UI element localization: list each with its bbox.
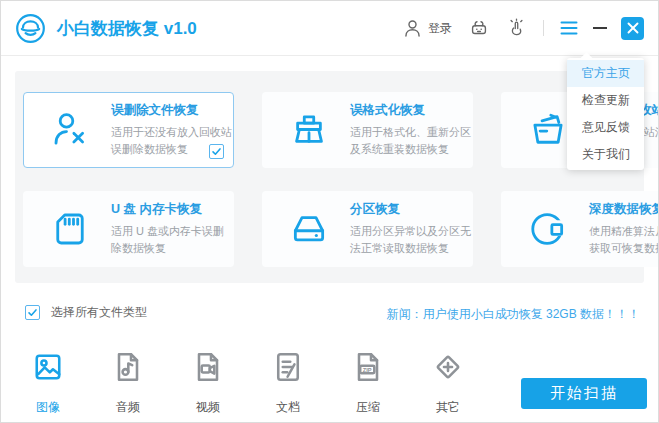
file-type-other[interactable]: 其它	[425, 349, 471, 416]
card-deep-scan-recovery[interactable]: 深度数据恢复 使用精准算法从硬盘底层获取可恢复数据	[501, 191, 659, 267]
card-desc: 适用 U 盘或内存卡误删除数据恢复	[111, 223, 233, 257]
hamburger-menu-icon[interactable]	[560, 20, 578, 36]
hard-drive-icon	[287, 208, 331, 250]
file-type-label: 图像	[36, 399, 60, 416]
robot-icon[interactable]	[468, 17, 490, 39]
news-ticker: 新闻：用户使用小白成功恢复 32GB 数据！！！	[387, 306, 640, 323]
titlebar-separator	[543, 20, 544, 36]
menu-item-about-us[interactable]: 关于我们	[567, 141, 644, 168]
file-type-zip[interactable]: ZIP 压缩	[345, 349, 391, 416]
menu-item-feedback[interactable]: 意见反馈	[567, 114, 644, 141]
image-file-icon	[30, 349, 66, 385]
file-type-audio[interactable]: 音频	[105, 349, 151, 416]
card-usb-memorycard-recovery[interactable]: U 盘 内存卡恢复 适用 U 盘或内存卡误删除数据恢复	[23, 191, 234, 267]
app-title: 小白数据恢复 v1.0	[57, 17, 197, 40]
close-button[interactable]	[621, 17, 644, 40]
card-title: 深度数据恢复	[589, 201, 659, 218]
file-type-label: 视频	[196, 399, 220, 416]
title-bar: 小白数据恢复 v1.0 登录	[1, 1, 658, 56]
minimize-button[interactable]	[593, 27, 607, 29]
other-file-icon	[430, 349, 466, 385]
card-desc: 使用精准算法从硬盘底层获取可恢复数据	[589, 223, 659, 257]
card-title: 误删除文件恢复	[111, 102, 233, 119]
app-window: 小白数据恢复 v1.0 登录	[0, 0, 659, 423]
file-type-label: 文档	[276, 399, 300, 416]
app-menu-dropdown: 官方主页 检查更新 意见反馈 关于我们	[567, 58, 644, 170]
select-all-row: 选择所有文件类型	[25, 304, 147, 321]
card-title: 分区恢复	[350, 201, 472, 218]
card-title: U 盘 内存卡恢复	[111, 201, 233, 218]
file-type-video[interactable]: 视频	[185, 349, 231, 416]
select-all-label: 选择所有文件类型	[51, 304, 147, 321]
zip-file-icon: ZIP	[350, 349, 386, 385]
start-scan-button[interactable]: 开始扫描	[521, 378, 647, 409]
audio-file-icon	[110, 349, 146, 385]
document-file-icon	[270, 349, 306, 385]
card-format-recovery[interactable]: 误格式化恢复 适用于格式化、重新分区及系统重装数据恢复	[262, 92, 473, 168]
hand-click-icon[interactable]	[506, 18, 527, 39]
user-x-icon	[48, 109, 92, 151]
app-logo-icon	[15, 13, 46, 44]
user-icon	[402, 18, 423, 39]
video-file-icon	[190, 349, 226, 385]
card-desc: 适用分区异常以及分区无法正常读取数据恢复	[350, 223, 472, 257]
file-type-label: 压缩	[356, 399, 380, 416]
file-type-document[interactable]: 文档	[265, 349, 311, 416]
format-stamp-icon	[287, 109, 331, 151]
card-desc: 适用于格式化、重新分区及系统重装数据恢复	[350, 124, 472, 158]
select-all-checkbox[interactable]	[25, 305, 40, 320]
menu-item-check-update[interactable]: 检查更新	[567, 87, 644, 114]
login-label: 登录	[428, 20, 452, 37]
login-button[interactable]: 登录	[402, 18, 452, 39]
memory-card-icon	[48, 208, 92, 250]
recovery-modes-panel: 误删除文件恢复 适用于还没有放入回收站误删除数据恢复 误格式化恢复	[15, 71, 644, 283]
zip-glyph: ZIP	[363, 367, 372, 373]
file-type-label: 音频	[116, 399, 140, 416]
file-type-label: 其它	[436, 399, 460, 416]
recycle-bin-icon	[526, 109, 570, 151]
file-type-image[interactable]: 图像	[25, 349, 71, 416]
deep-scan-icon	[526, 208, 570, 250]
card-partition-recovery[interactable]: 分区恢复 适用分区异常以及分区无法正常读取数据恢复	[262, 191, 473, 267]
file-type-row: 图像 音频 视频	[25, 349, 505, 416]
menu-item-official-homepage[interactable]: 官方主页	[567, 60, 644, 87]
card-deleted-file-recovery[interactable]: 误删除文件恢复 适用于还没有放入回收站误删除数据恢复	[23, 92, 234, 168]
card-title: 误格式化恢复	[350, 102, 472, 119]
card-selected-checkbox[interactable]	[209, 144, 224, 159]
